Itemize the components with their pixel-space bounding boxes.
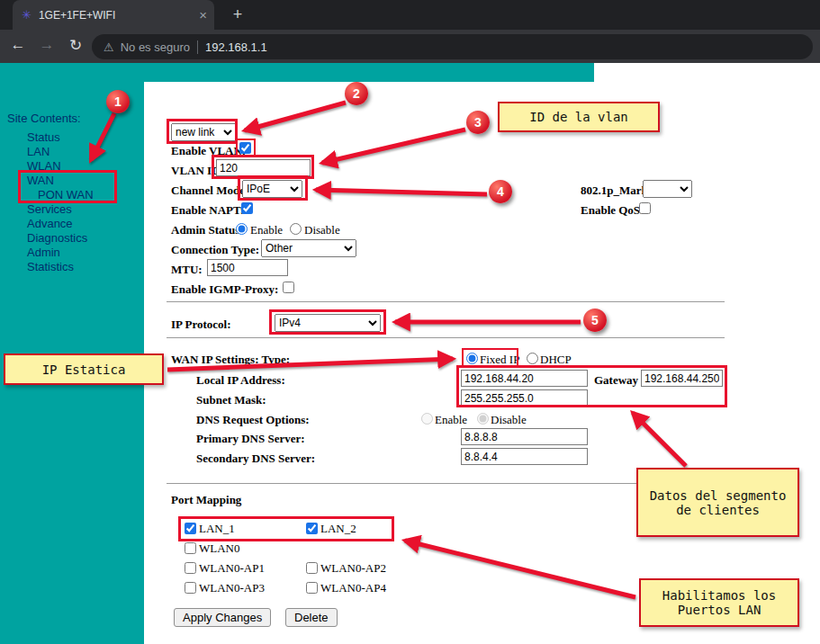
port-lan2-checkbox[interactable] — [306, 523, 318, 534]
enable-qos-label: Enable QoS: — [581, 203, 644, 218]
sidebar-item-advance[interactable]: Advance — [0, 217, 144, 231]
warning-icon: ⚠ — [104, 40, 114, 54]
url-text: 192.168.1.1 — [205, 40, 267, 54]
fixed-ip-label: Fixed IP — [480, 353, 519, 367]
port-wlan0-ap2-label: WLAN0-AP2 — [320, 561, 386, 575]
port-lan1[interactable]: LAN_1 — [185, 522, 235, 536]
port-wlan0-ap2[interactable]: WLAN0-AP2 — [306, 561, 386, 576]
port-wlan0-ap3-label: WLAN0-AP3 — [199, 581, 265, 595]
security-label[interactable]: No es seguro — [121, 40, 190, 54]
channel-mode-select[interactable]: IPoE — [242, 180, 302, 198]
port-wlan0-ap4-checkbox[interactable] — [306, 582, 318, 594]
port-wlan0-checkbox[interactable] — [185, 542, 196, 554]
subnet-mask-label: Subnet Mask: — [196, 393, 266, 407]
enable-qos-checkbox[interactable] — [639, 202, 651, 214]
mtu-input[interactable] — [207, 259, 288, 276]
dns-enable-label: Enable — [435, 413, 467, 427]
mtu-label: MTU: — [171, 263, 203, 277]
port-wlan0-ap1-checkbox[interactable] — [185, 562, 196, 574]
enable-napt-label: Enable NAPT: — [171, 203, 244, 218]
dns-disable-radio[interactable] — [477, 413, 489, 425]
port-lan2[interactable]: LAN_2 — [306, 522, 356, 536]
sidebar-item-statistics[interactable]: Statistics — [0, 260, 144, 274]
browser-toolbar: ← → ↻ ⚠ No es seguro 192.168.1.1 — [0, 30, 820, 63]
subnet-mask-input[interactable] — [461, 389, 588, 407]
port-lan2-label: LAN_2 — [320, 522, 356, 535]
browser-tab[interactable]: ✳ 1GE+1FE+WIFI × — [13, 0, 214, 30]
divider-1 — [167, 301, 725, 302]
tab-favicon-icon: ✳ — [22, 8, 32, 22]
dhcp-radio[interactable] — [527, 353, 538, 364]
callout-lan-ports: Habilitamos los Puertos LAN — [639, 578, 799, 627]
dns-disable-label: Disable — [491, 413, 527, 427]
sidebar-item-status[interactable]: Status — [0, 130, 144, 145]
annotation-badge-1: 1 — [106, 90, 130, 113]
primary-dns-label: Primary DNS Server: — [196, 432, 305, 446]
port-lan1-checkbox[interactable] — [185, 523, 196, 534]
annotation-badge-4: 4 — [489, 180, 512, 203]
delete-button[interactable]: Delete — [285, 608, 338, 627]
omnibox-separator — [197, 40, 198, 54]
sidebar-item-admin[interactable]: Admin — [0, 246, 144, 260]
callout-vlan-id: ID de la vlan — [498, 102, 660, 132]
dot1p-mark-select[interactable] — [643, 180, 692, 198]
dns-request-label: DNS Request Options: — [196, 413, 310, 427]
enable-napt-checkbox[interactable] — [241, 202, 253, 214]
back-icon[interactable]: ← — [7, 36, 29, 54]
sidebar-item-wlan[interactable]: WLAN — [0, 159, 144, 174]
ip-protocol-select[interactable]: IPv4 — [275, 314, 381, 332]
reload-icon[interactable]: ↻ — [65, 36, 86, 55]
port-wlan0-ap4[interactable]: WLAN0-AP4 — [306, 581, 386, 595]
admin-enable-radio[interactable] — [236, 223, 248, 235]
sidebar-item-lan[interactable]: LAN — [0, 145, 144, 159]
local-ip-input[interactable] — [461, 370, 588, 387]
sidebar-item-wan[interactable]: WAN — [0, 174, 144, 188]
tab-strip: ✳ 1GE+1FE+WIFI × + — [0, 0, 820, 30]
port-wlan0-ap3-checkbox[interactable] — [185, 582, 196, 594]
fixed-ip-radio[interactable] — [466, 353, 478, 364]
port-wlan0-ap3[interactable]: WLAN0-AP3 — [185, 581, 265, 595]
port-wlan0-ap1-label: WLAN0-AP1 — [199, 561, 265, 575]
divider-2 — [167, 337, 725, 338]
port-wlan0[interactable]: WLAN0 — [185, 541, 240, 556]
port-wlan0-ap4-label: WLAN0-AP4 — [320, 581, 386, 595]
port-wlan0-label: WLAN0 — [199, 541, 240, 555]
forward-icon[interactable]: → — [36, 36, 58, 54]
local-ip-label: Local IP Address: — [196, 373, 285, 388]
apply-changes-button[interactable]: Apply Changes — [174, 608, 271, 627]
connection-type-label: Connection Type: — [171, 243, 259, 257]
annotation-badge-5: 5 — [583, 309, 607, 332]
admin-status-label: Admin Status: — [171, 223, 244, 237]
admin-disable-label: Disable — [304, 223, 340, 237]
sidebar-item-diagnostics[interactable]: Diagnostics — [0, 231, 144, 246]
sidebar-item-services[interactable]: Services — [0, 202, 144, 217]
dot1p-mark-label: 802.1p_Mark — [581, 183, 648, 198]
port-wlan0-ap1[interactable]: WLAN0-AP1 — [185, 561, 265, 576]
secondary-dns-input[interactable] — [461, 448, 588, 465]
port-wlan0-ap2-checkbox[interactable] — [306, 562, 318, 574]
wan-ip-type-label: WAN IP Settings: Type: — [171, 353, 290, 367]
callout-segment-data: Datos del segmento de clientes — [636, 468, 799, 537]
tab-close-icon[interactable]: × — [199, 7, 207, 22]
admin-disable-radio[interactable] — [290, 223, 302, 235]
secondary-dns-label: Secondary DNS Server: — [196, 452, 315, 466]
router-page: Site Contents: Status LAN WLAN WAN PON W… — [0, 63, 820, 644]
callout-static-ip: IP Estatica — [4, 353, 164, 385]
ip-protocol-label: IP Protocol: — [171, 318, 231, 332]
link-select[interactable]: new link — [171, 123, 236, 141]
connection-type-select[interactable]: Other — [261, 239, 356, 257]
igmp-proxy-checkbox[interactable] — [283, 282, 294, 293]
site-contents-nav: Site Contents: Status LAN WLAN WAN PON W… — [0, 112, 144, 274]
vlan-id-input[interactable] — [216, 159, 311, 176]
enable-vlan-label: Enable VLAN: — [171, 144, 246, 158]
browser-window: ✳ 1GE+1FE+WIFI × + ← → ↻ ⚠ No es seguro … — [0, 0, 820, 644]
sidebar-item-pon-wan[interactable]: PON WAN — [0, 188, 144, 202]
gateway-input[interactable] — [641, 370, 723, 387]
dns-enable-radio[interactable] — [421, 413, 433, 425]
address-bar[interactable]: ⚠ No es seguro 192.168.1.1 — [92, 34, 813, 59]
new-tab-icon[interactable]: + — [227, 4, 248, 26]
primary-dns-input[interactable] — [461, 428, 588, 445]
port-lan1-label: LAN_1 — [199, 522, 235, 535]
enable-vlan-checkbox[interactable] — [239, 142, 251, 154]
sidebar-title: Site Contents: — [0, 112, 144, 125]
